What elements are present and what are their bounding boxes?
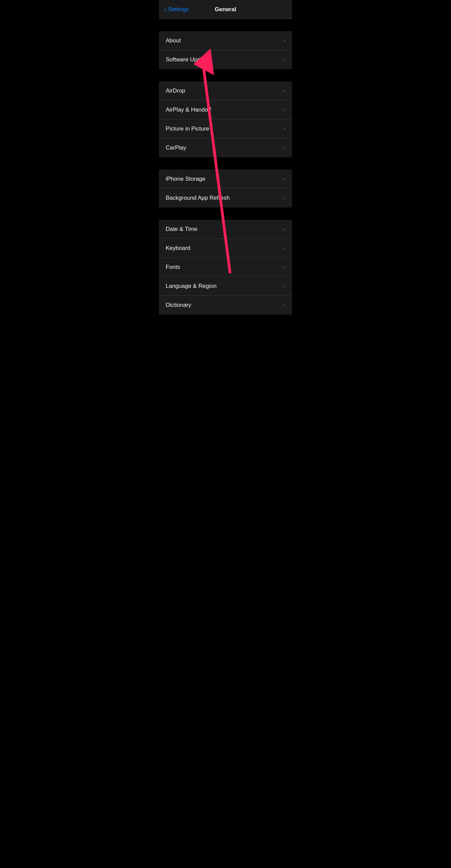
menu-item-dictionary[interactable]: Dictionary › — [159, 296, 292, 315]
menu-item-keyboard[interactable]: Keyboard › — [159, 239, 292, 258]
section-general: About › Software Update › — [159, 31, 292, 69]
back-button[interactable]: ‹ Settings — [164, 6, 189, 13]
menu-item-carplay-label: CarPlay — [166, 144, 186, 151]
back-label: Settings — [168, 6, 189, 13]
menu-item-software-update[interactable]: Software Update › — [159, 50, 292, 69]
nav-bar: ‹ Settings General — [159, 0, 292, 19]
menu-item-language-region-label: Language & Region — [166, 283, 217, 290]
menu-item-fonts[interactable]: Fonts › — [159, 258, 292, 277]
chevron-right-icon: › — [284, 57, 285, 63]
chevron-right-icon: › — [284, 176, 285, 182]
section-divider-2 — [159, 157, 292, 170]
menu-item-iphone-storage-label: iPhone Storage — [166, 176, 205, 182]
menu-item-airdrop[interactable]: AirDrop › — [159, 81, 292, 100]
menu-item-background-app-refresh[interactable]: Background App Refresh › — [159, 189, 292, 208]
chevron-right-icon: › — [284, 302, 285, 308]
top-spacer — [159, 19, 292, 31]
menu-item-iphone-storage[interactable]: iPhone Storage › — [159, 170, 292, 189]
section-group-4: Date & Time › Keyboard › Fonts › Languag… — [159, 220, 292, 315]
section-connectivity: AirDrop › AirPlay & Handoff › Picture in… — [159, 81, 292, 157]
section-divider-1 — [159, 69, 292, 81]
menu-item-airplay-handoff-label: AirPlay & Handoff — [166, 106, 211, 113]
page-title: General — [215, 6, 236, 13]
menu-item-picture-in-picture-label: Picture in Picture — [166, 125, 209, 132]
menu-item-about-label: About — [166, 37, 181, 44]
menu-item-date-time[interactable]: Date & Time › — [159, 220, 292, 239]
chevron-right-icon: › — [284, 107, 285, 113]
chevron-right-icon: › — [284, 195, 285, 201]
menu-item-carplay[interactable]: CarPlay › — [159, 138, 292, 157]
chevron-right-icon: › — [284, 126, 285, 132]
section-group-2: AirDrop › AirPlay & Handoff › Picture in… — [159, 81, 292, 157]
chevron-right-icon: › — [284, 226, 285, 232]
menu-item-dictionary-label: Dictionary — [166, 302, 191, 309]
chevron-right-icon: › — [284, 283, 285, 289]
section-group-3: iPhone Storage › Background App Refresh … — [159, 170, 292, 208]
menu-item-picture-in-picture[interactable]: Picture in Picture › — [159, 119, 292, 138]
chevron-right-icon: › — [284, 245, 285, 251]
chevron-right-icon: › — [284, 145, 285, 151]
section-language: Date & Time › Keyboard › Fonts › Languag… — [159, 220, 292, 315]
section-group-1: About › Software Update › — [159, 31, 292, 69]
menu-item-about[interactable]: About › — [159, 31, 292, 50]
menu-item-language-region[interactable]: Language & Region › — [159, 277, 292, 296]
menu-item-software-update-label: Software Update — [166, 56, 209, 63]
menu-item-fonts-label: Fonts — [166, 264, 180, 271]
back-chevron-icon: ‹ — [164, 6, 167, 13]
menu-item-background-app-refresh-label: Background App Refresh — [166, 195, 230, 201]
menu-item-airplay-handoff[interactable]: AirPlay & Handoff › — [159, 100, 292, 119]
chevron-right-icon: › — [284, 88, 285, 94]
section-divider-3 — [159, 208, 292, 220]
menu-item-keyboard-label: Keyboard — [166, 245, 190, 252]
menu-item-date-time-label: Date & Time — [166, 226, 198, 233]
section-storage: iPhone Storage › Background App Refresh … — [159, 170, 292, 208]
chevron-right-icon: › — [284, 38, 285, 44]
menu-item-airdrop-label: AirDrop — [166, 87, 185, 94]
chevron-right-icon: › — [284, 264, 285, 270]
